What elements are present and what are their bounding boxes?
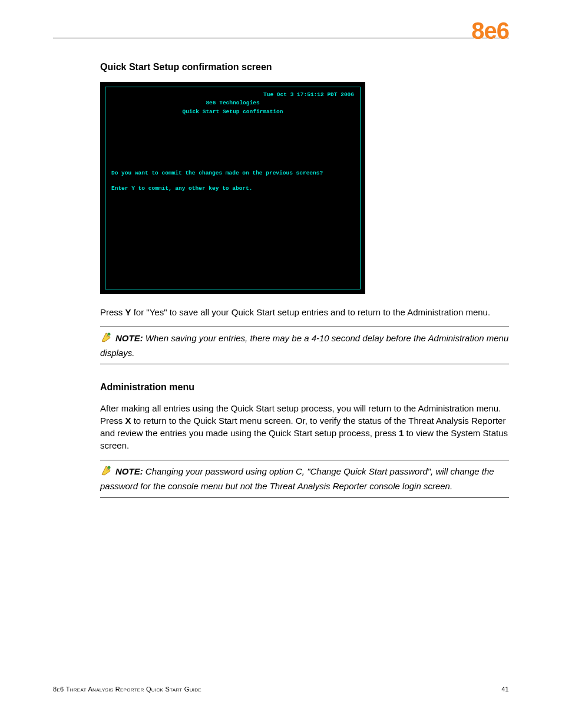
section-heading-admin: Administration menu (100, 382, 509, 393)
footer-title: 8e6 Threat Analysis Reporter Quick Start… (53, 686, 201, 693)
terminal-inner: Tue Oct 3 17:51:12 PDT 2006 8e6 Technolo… (105, 87, 361, 289)
body-text-admin: After making all entries using the Quick… (100, 402, 509, 452)
note-text: When saving your entries, there may be a… (100, 333, 508, 358)
note-icon (100, 465, 113, 480)
terminal-company: 8e6 Technologies (111, 99, 354, 107)
note-label: NOTE: (115, 333, 143, 343)
body-text-press-y: Press Y for "Yes" to save all your Quick… (100, 306, 509, 318)
brand-logo: 8e6 (467, 21, 509, 40)
terminal-prompt-1: Do you want to commit the changes made o… (111, 169, 354, 177)
terminal-date: Tue Oct 3 17:51:12 PDT 2006 (111, 91, 354, 99)
note-block-1: NOTE: When saving your entries, there ma… (100, 327, 509, 364)
terminal-subtitle: Quick Start Setup confirmation (111, 108, 354, 116)
note-label: NOTE: (115, 466, 143, 476)
svg-point-1 (108, 466, 111, 469)
note-block-2: NOTE: Changing your password using optio… (100, 460, 509, 498)
section-heading-quickstart: Quick Start Setup confirmation screen (100, 62, 509, 73)
note-text: Changing your password using option C, "… (100, 466, 494, 491)
terminal-screenshot: Tue Oct 3 17:51:12 PDT 2006 8e6 Technolo… (100, 82, 365, 294)
page-number: 41 (501, 686, 509, 693)
header-rule: 8e6 (53, 18, 509, 38)
note-icon (100, 332, 113, 347)
terminal-prompt-2: Enter Y to commit, any other key to abor… (111, 185, 354, 193)
page-footer: 8e6 Threat Analysis Reporter Quick Start… (53, 686, 509, 693)
svg-point-0 (108, 333, 111, 336)
